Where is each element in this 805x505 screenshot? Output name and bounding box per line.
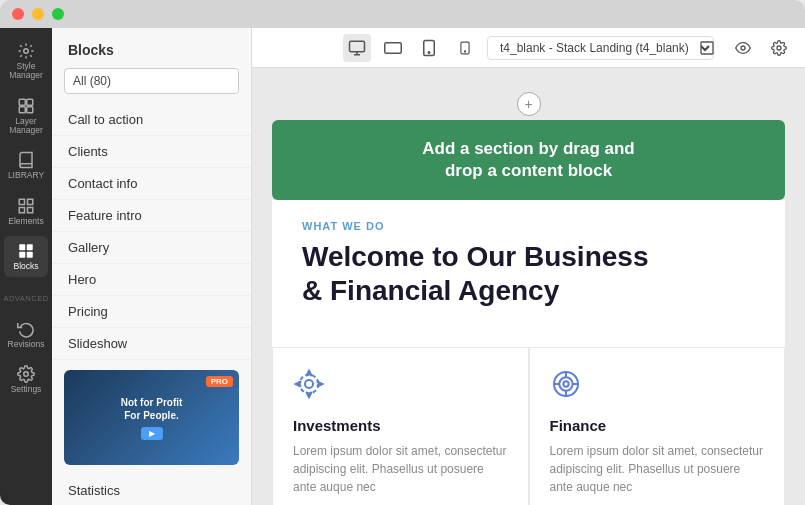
sidebar-item-layer-manager[interactable]: LayerManager: [4, 91, 48, 142]
sidebar-item-settings[interactable]: Settings: [4, 359, 48, 400]
blocks-category-feature-intro[interactable]: Feature intro: [52, 200, 251, 232]
svg-rect-2: [27, 99, 33, 105]
svg-rect-10: [27, 244, 33, 250]
blocks-filter-select[interactable]: All (80): [64, 68, 239, 94]
block-thumbnail-overlay: Not for ProfitFor People. ▶: [121, 396, 183, 440]
fullscreen-btn[interactable]: [693, 34, 721, 62]
blocks-category-gallery[interactable]: Gallery: [52, 232, 251, 264]
minimize-button[interactable]: [32, 8, 44, 20]
finance-title: Finance: [550, 417, 765, 434]
svg-rect-8: [19, 207, 24, 212]
section-heading: Welcome to Our Business & Financial Agen…: [302, 240, 755, 307]
sidebar-item-elements[interactable]: Elements: [4, 191, 48, 232]
device-tablet-btn[interactable]: [415, 34, 443, 62]
maximize-button[interactable]: [52, 8, 64, 20]
sidebar-item-library[interactable]: LIBRARY: [4, 145, 48, 186]
service-cards-row: Investments Lorem ipsum dolor sit amet, …: [272, 347, 785, 505]
svg-rect-17: [385, 42, 402, 53]
svg-point-25: [305, 380, 313, 388]
svg-rect-5: [19, 199, 24, 204]
svg-point-19: [428, 51, 430, 53]
svg-rect-22: [701, 42, 713, 54]
sidebar-item-style-manager[interactable]: Style Manager: [4, 36, 48, 87]
svg-rect-9: [19, 244, 25, 250]
blocks-filter-wrap: All (80): [52, 68, 251, 104]
svg-point-28: [559, 378, 572, 391]
device-tablet-landscape-btn[interactable]: [379, 34, 407, 62]
drop-zone[interactable]: Add a section by drag anddrop a content …: [272, 120, 785, 200]
device-mobile-btn[interactable]: [451, 34, 479, 62]
section-heading-line2: & Financial Agency: [302, 275, 559, 306]
preview-btn[interactable]: [729, 34, 757, 62]
blocks-panel-header: Blocks: [52, 28, 251, 68]
blocks-category-contact-info[interactable]: Contact info: [52, 168, 251, 200]
block-thumbnail[interactable]: PRO Not for ProfitFor People. ▶: [64, 370, 239, 465]
sidebar-item-revisions[interactable]: Revisions: [4, 314, 48, 355]
svg-point-24: [777, 46, 781, 50]
svg-point-0: [24, 49, 29, 54]
sidebar-item-revisions-label: Revisions: [8, 340, 45, 349]
finance-icon: [550, 368, 765, 407]
service-card-finance: Finance Lorem ipsum dolor sit amet, cons…: [529, 347, 786, 505]
sidebar-item-style-manager-label: Style Manager: [8, 62, 44, 81]
toolbar-right: [693, 34, 793, 62]
sidebar-section-advanced: ADVANCED: [4, 289, 48, 309]
sidebar-advanced-label: ADVANCED: [3, 295, 48, 303]
investments-title: Investments: [293, 417, 508, 434]
svg-point-26: [300, 375, 319, 394]
blocks-category-pricing[interactable]: Pricing: [52, 296, 251, 328]
top-toolbar: t4_blank - Stack Landing (t4_blank): [252, 28, 805, 68]
svg-rect-12: [27, 252, 33, 258]
blocks-category-hero[interactable]: Hero: [52, 264, 251, 296]
window-chrome: [0, 0, 805, 28]
svg-rect-6: [28, 199, 33, 204]
svg-rect-1: [19, 99, 25, 105]
app-container: Style Manager LayerManager LIBRARY: [0, 28, 805, 505]
device-desktop-btn[interactable]: [343, 34, 371, 62]
block-thumbnail-wrap: PRO Not for ProfitFor People. ▶: [52, 360, 251, 475]
thumb-title: Not for ProfitFor People.: [121, 396, 183, 422]
svg-rect-4: [27, 106, 33, 112]
canvas: + PRO Not for ProfitFor People. ▶ Add a …: [252, 68, 805, 505]
investments-icon: [293, 368, 508, 407]
investments-text: Lorem ipsum dolor sit amet, consectetur …: [293, 442, 508, 496]
pro-badge: PRO: [206, 376, 233, 387]
page-title-select[interactable]: t4_blank - Stack Landing (t4_blank): [487, 36, 714, 60]
settings-btn[interactable]: [765, 34, 793, 62]
blocks-panel: Blocks All (80) Call to action Clients C…: [52, 28, 252, 505]
thumb-play-btn[interactable]: ▶: [141, 427, 163, 440]
svg-rect-14: [350, 41, 365, 52]
svg-point-13: [24, 372, 29, 377]
section-what-we-do-label: WHAT WE DO: [302, 220, 755, 232]
sidebar-item-layer-manager-label: LayerManager: [9, 117, 43, 136]
add-section-bar-top: +: [272, 88, 785, 120]
sidebar-item-settings-label: Settings: [11, 385, 42, 394]
icon-nav: Style Manager LayerManager LIBRARY: [0, 28, 52, 505]
svg-rect-7: [28, 207, 33, 212]
section-heading-line1: Welcome to Our Business: [302, 241, 648, 272]
blocks-category-slideshow[interactable]: Slideshow: [52, 328, 251, 360]
sidebar-item-elements-label: Elements: [8, 217, 43, 226]
svg-rect-3: [19, 106, 25, 112]
svg-rect-11: [19, 252, 25, 258]
svg-point-23: [741, 46, 745, 50]
add-section-plus-top[interactable]: +: [517, 92, 541, 116]
sidebar-item-library-label: LIBRARY: [8, 171, 44, 180]
blocks-category-clients[interactable]: Clients: [52, 136, 251, 168]
svg-point-21: [464, 50, 465, 51]
section-what-we-do: WHAT WE DO Welcome to Our Business & Fin…: [272, 200, 785, 347]
close-button[interactable]: [12, 8, 24, 20]
svg-point-29: [563, 382, 568, 387]
drop-zone-text: Add a section by drag anddrop a content …: [422, 139, 635, 180]
content-area: t4_blank - Stack Landing (t4_blank): [252, 28, 805, 505]
statistics-category[interactable]: Statistics: [52, 475, 251, 502]
finance-text: Lorem ipsum dolor sit amet, consectetur …: [550, 442, 765, 496]
service-card-investments: Investments Lorem ipsum dolor sit amet, …: [272, 347, 529, 505]
blocks-category-call-to-action[interactable]: Call to action: [52, 104, 251, 136]
sidebar-item-blocks[interactable]: Blocks: [4, 236, 48, 277]
sidebar-item-blocks-label: Blocks: [13, 262, 38, 271]
